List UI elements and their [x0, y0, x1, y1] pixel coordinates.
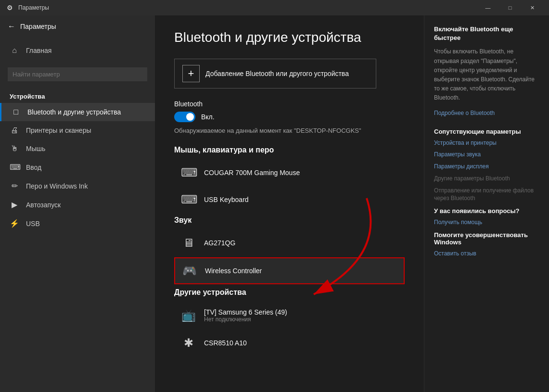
related-item-bt-files: Отправление или получение файлов через B…: [434, 187, 539, 203]
mouse-icon: 🖱: [10, 144, 19, 153]
sound-header: Звук: [174, 216, 405, 225]
printer-icon: 🖨: [10, 126, 19, 135]
sidebar-item-pen[interactable]: ✏ Перо и Windows Ink: [0, 177, 155, 195]
bluetooth-label: Bluetooth: [174, 100, 405, 108]
related-item-devices[interactable]: Устройства и принтеры: [434, 139, 539, 147]
keyboard-device-icon: ⌨: [181, 193, 196, 206]
keyboard-icon: ⌨: [10, 163, 19, 172]
content-wrapper: Bluetooth и другие устройства + Добавлен…: [155, 15, 549, 392]
usb-keyboard-device[interactable]: ⌨ USB Keyboard: [174, 187, 405, 212]
mouse-device-icon: ⌨: [181, 166, 196, 179]
related-title: Сопутствующие параметры: [434, 128, 539, 135]
app-body: ← Параметры ⌂ Главная Устройства □ Bluet…: [0, 15, 549, 392]
sound-section: Звук 🖥 AG271QG 🎮 Wireless Controller: [174, 216, 405, 284]
right-panel: Включайте Bluetooth еще быстрее Чтобы вк…: [424, 15, 549, 392]
improve-title: Помогите усовершенствовать Windows: [434, 231, 539, 246]
csr8510-name: CSR8510 A10: [204, 339, 247, 347]
add-device-button[interactable]: + Добавление Bluetooth или другого устро…: [174, 59, 376, 89]
sidebar-printers-label: Принтеры и сканеры: [26, 126, 91, 134]
sidebar-search-container: [0, 63, 155, 87]
sidebar-bluetooth-label: Bluetooth и другие устройства: [27, 108, 121, 116]
search-input[interactable]: [8, 67, 147, 81]
bluetooth-discover-text: Обнаруживаемое на данный момент как "DES…: [174, 127, 405, 134]
samsung-device-sub: Нет подключения: [204, 316, 287, 323]
title-bar: ⚙ Параметры — □ ✕: [0, 0, 549, 15]
samsung-device-name: [TV] Samsung 6 Series (49): [204, 308, 287, 316]
sidebar-section-title: Устройства: [0, 87, 155, 103]
promo-text: Чтобы включить Bluetooth, не открывая ра…: [434, 47, 539, 102]
toggle-knob: [186, 113, 194, 121]
related-item-bt-other: Другие параметры Bluetooth: [434, 175, 539, 183]
sidebar-usb-label: USB: [26, 220, 40, 228]
sidebar-item-autostart[interactable]: ▶ Автозапуск: [0, 195, 155, 214]
sidebar-item-mouse[interactable]: 🖱 Мышь: [0, 139, 155, 158]
help-link[interactable]: Получить помощь: [434, 218, 539, 227]
sidebar-app-title: Параметры: [20, 23, 56, 30]
wireless-controller-name: Wireless Controller: [205, 267, 262, 275]
usb-keyboard-name: USB Keyboard: [204, 196, 249, 203]
add-icon: +: [182, 65, 200, 82]
sidebar: ← Параметры ⌂ Главная Устройства □ Bluet…: [0, 15, 155, 392]
content-area: Bluetooth и другие устройства + Добавлен…: [155, 15, 424, 392]
minimize-button[interactable]: —: [477, 0, 499, 15]
close-button[interactable]: ✕: [521, 0, 543, 15]
related-item-display[interactable]: Параметры дисплея: [434, 163, 539, 171]
bluetooth-section: Bluetooth Вкл. Обнаруживаемое на данный …: [174, 100, 405, 134]
title-bar-title: Параметры: [18, 4, 49, 11]
sidebar-mouse-label: Мышь: [26, 145, 45, 152]
samsung-device-icon: 📺: [181, 309, 196, 322]
bluetooth-toggle-row: Вкл.: [174, 112, 405, 122]
sidebar-main-nav: ⌂ Главная: [0, 38, 155, 63]
samsung-device[interactable]: 📺 [TV] Samsung 6 Series (49) Нет подключ…: [174, 303, 405, 329]
back-arrow-icon: ←: [8, 22, 15, 31]
cougar-mouse-name: COUGAR 700M Gaming Mouse: [204, 169, 300, 177]
ag271qg-name: AG271QG: [204, 239, 235, 247]
sidebar-pen-label: Перо и Windows Ink: [26, 182, 88, 190]
mouse-keyboard-header: Мышь, клавиатура и перо: [174, 146, 405, 154]
help-title: У вас появились вопросы?: [434, 207, 539, 215]
home-icon: ⌂: [10, 46, 19, 55]
sidebar-item-home[interactable]: ⌂ Главная: [0, 41, 155, 60]
controller-device-icon: 🎮: [182, 264, 197, 278]
autostart-icon: ▶: [10, 200, 19, 209]
title-bar-controls: — □ ✕: [477, 0, 543, 15]
sidebar-autostart-label: Автозапуск: [26, 201, 61, 209]
related-item-sound[interactable]: Параметры звука: [434, 151, 539, 159]
promo-link[interactable]: Подробнее о Bluetooth: [434, 110, 539, 116]
bluetooth-status: Вкл.: [201, 113, 215, 121]
other-devices-header: Другие устройства: [174, 288, 405, 297]
sidebar-item-usb[interactable]: ⚡ USB: [0, 214, 155, 233]
monitor-device-icon: 🖥: [181, 236, 196, 250]
sidebar-item-bluetooth[interactable]: □ Bluetooth и другие устройства: [0, 103, 155, 121]
sidebar-input-label: Ввод: [26, 164, 41, 171]
csr-device-icon: ✱: [181, 336, 196, 350]
bluetooth-toggle[interactable]: [174, 112, 195, 122]
improve-link[interactable]: Оставить отзыв: [434, 250, 539, 258]
usb-icon: ⚡: [10, 219, 19, 228]
sidebar-back-button[interactable]: ← Параметры: [0, 15, 155, 38]
other-devices-section: Другие устройства 📺 [TV] Samsung 6 Serie…: [174, 288, 405, 355]
sidebar-item-printers[interactable]: 🖨 Принтеры и сканеры: [0, 121, 155, 139]
title-bar-left: ⚙ Параметры: [6, 4, 49, 12]
mouse-keyboard-section: Мышь, клавиатура и перо ⌨ COUGAR 700M Ga…: [174, 146, 405, 212]
sidebar-home-label: Главная: [26, 47, 51, 54]
add-device-label: Добавление Bluetooth или другого устройс…: [205, 70, 349, 77]
samsung-device-info: [TV] Samsung 6 Series (49) Нет подключен…: [204, 308, 287, 323]
settings-icon: ⚙: [6, 4, 13, 12]
pen-icon: ✏: [10, 181, 19, 190]
page-title: Bluetooth и другие устройства: [174, 30, 405, 45]
maximize-button[interactable]: □: [499, 0, 521, 15]
sidebar-items-list: □ Bluetooth и другие устройства 🖨 Принте…: [0, 103, 155, 233]
csr8510-device[interactable]: ✱ CSR8510 A10: [174, 330, 405, 355]
bluetooth-icon: □: [11, 108, 21, 116]
wireless-controller-device[interactable]: 🎮 Wireless Controller: [174, 257, 405, 284]
promo-title: Включайте Bluetooth еще быстрее: [434, 25, 539, 42]
ag271qg-device[interactable]: 🖥 AG271QG: [174, 230, 405, 255]
cougar-mouse-device[interactable]: ⌨ COUGAR 700M Gaming Mouse: [174, 160, 405, 185]
sidebar-item-input[interactable]: ⌨ Ввод: [0, 158, 155, 177]
